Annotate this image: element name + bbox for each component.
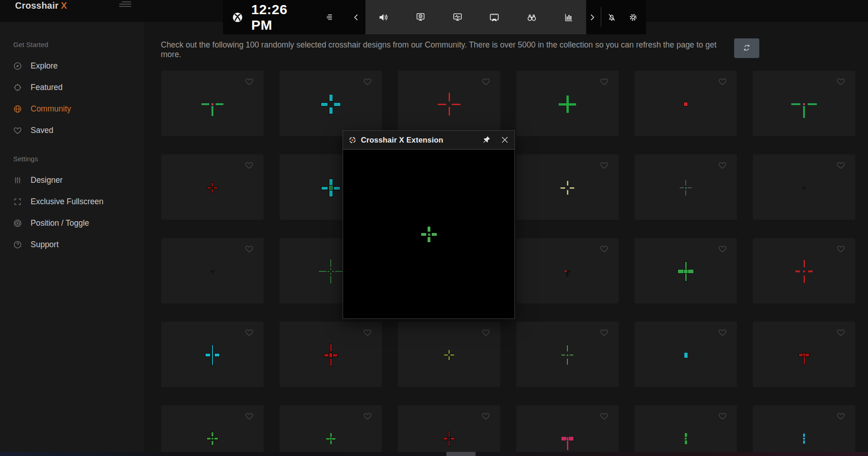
sidebar-item-community[interactable]: Community: [0, 98, 144, 120]
refresh-button[interactable]: [734, 38, 759, 58]
crosshair-card[interactable]: [280, 71, 382, 136]
lfg-icon[interactable]: [526, 11, 538, 23]
favorite-heart-icon[interactable]: [836, 77, 846, 86]
crosshair-card[interactable]: [161, 71, 264, 136]
pin-icon[interactable]: [482, 135, 491, 144]
crosshair-preview-segment: [688, 187, 692, 188]
favorite-heart-icon[interactable]: [718, 160, 727, 170]
crosshair-card[interactable]: [753, 154, 855, 220]
bell-off-icon[interactable]: [607, 12, 617, 22]
crosshair-card[interactable]: [635, 405, 737, 456]
capture-icon[interactable]: [415, 11, 426, 23]
crosshair-card[interactable]: [635, 71, 737, 136]
sidebar-item-position-toggle[interactable]: Position / Toggle: [0, 212, 144, 234]
performance-icon[interactable]: [452, 11, 463, 23]
favorite-heart-icon[interactable]: [244, 160, 254, 170]
crosshair-card[interactable]: [161, 322, 264, 387]
favorite-heart-icon[interactable]: [599, 328, 609, 337]
crosshair-preview-segment: [799, 354, 803, 356]
crosshair-card[interactable]: [635, 154, 737, 220]
favorite-heart-icon[interactable]: [718, 411, 727, 421]
widgets-icon[interactable]: [324, 12, 334, 22]
sidebar-item-saved[interactable]: Saved: [0, 120, 144, 141]
crosshair-card[interactable]: [516, 322, 619, 387]
crosshair-card[interactable]: [398, 322, 500, 387]
crosshair-preview-segment: [567, 190, 568, 195]
chevron-right-icon[interactable]: [587, 12, 597, 22]
chevron-left-icon[interactable]: [351, 12, 361, 22]
favorite-heart-icon[interactable]: [718, 77, 727, 86]
scrollbar-thumb[interactable]: [446, 452, 476, 456]
crosshair-card[interactable]: [753, 405, 855, 456]
resources-icon[interactable]: [563, 12, 574, 23]
crosshair-preview-segment: [795, 270, 800, 272]
crosshair-card[interactable]: [280, 322, 382, 387]
crosshair-preview-segment: [334, 187, 340, 190]
crosshair-card[interactable]: [516, 238, 619, 303]
extension-window[interactable]: Crosshair X Extension: [343, 130, 515, 319]
xbox-icon[interactable]: [232, 11, 243, 23]
crosshair-card[interactable]: [635, 238, 737, 303]
hamburger-menu-icon[interactable]: [119, 0, 131, 8]
crosshair-preview-segment: [803, 103, 805, 105]
crosshair-card[interactable]: [516, 154, 619, 220]
crosshair-preview-segment: [685, 440, 687, 444]
favorite-heart-icon[interactable]: [363, 77, 372, 86]
crosshair-preview-segment: [330, 276, 331, 283]
gallery-icon[interactable]: [488, 11, 500, 23]
crosshair-preview-segment: [206, 354, 210, 356]
favorite-heart-icon[interactable]: [836, 328, 846, 337]
favorite-heart-icon[interactable]: [599, 244, 609, 254]
favorite-heart-icon[interactable]: [718, 328, 727, 337]
crosshair-preview-segment: [330, 438, 332, 440]
favorite-heart-icon[interactable]: [363, 328, 372, 337]
extension-titlebar[interactable]: Crosshair X Extension: [343, 131, 514, 150]
sidebar-item-explore[interactable]: Explore: [0, 55, 144, 77]
favorite-heart-icon[interactable]: [244, 411, 254, 421]
favorite-heart-icon[interactable]: [599, 77, 609, 86]
crosshair-preview-segment: [330, 260, 331, 267]
favorite-heart-icon[interactable]: [718, 244, 727, 254]
crosshair-card[interactable]: [753, 71, 855, 136]
crosshair-card[interactable]: [635, 322, 737, 387]
favorite-heart-icon[interactable]: [836, 160, 846, 170]
sidebar-item-support[interactable]: Support: [0, 234, 144, 255]
crosshair-card[interactable]: [398, 71, 500, 136]
crosshair-card[interactable]: [516, 405, 619, 456]
sidebar-item-designer[interactable]: Designer: [0, 170, 144, 191]
crosshair-card[interactable]: [161, 405, 264, 456]
crosshair-preview-segment: [432, 233, 437, 236]
favorite-heart-icon[interactable]: [599, 411, 609, 421]
favorite-heart-icon[interactable]: [481, 77, 491, 86]
crosshair-card[interactable]: [161, 238, 264, 303]
favorite-heart-icon[interactable]: [363, 411, 372, 421]
crosshair-preview-segment: [567, 345, 568, 351]
crosshair-card[interactable]: [753, 322, 855, 387]
crosshair-preview-segment: [334, 103, 340, 106]
favorite-heart-icon[interactable]: [244, 328, 254, 337]
gear-icon[interactable]: [628, 12, 639, 23]
crosshair-card[interactable]: [280, 405, 382, 456]
favorite-heart-icon[interactable]: [481, 328, 491, 337]
favorite-heart-icon[interactable]: [836, 411, 846, 421]
crosshair-card[interactable]: [161, 154, 264, 220]
sidebar-item-featured[interactable]: Featured: [0, 77, 144, 98]
close-icon[interactable]: [500, 135, 510, 145]
crosshair-preview-segment: [567, 359, 568, 365]
crosshair-card[interactable]: [398, 405, 500, 456]
favorite-heart-icon[interactable]: [244, 244, 254, 254]
favorite-heart-icon[interactable]: [244, 77, 254, 86]
favorite-heart-icon[interactable]: [599, 160, 609, 170]
crosshair-card[interactable]: [753, 238, 855, 303]
sidebar-item-exclusive-fullscreen[interactable]: Exclusive Fullscreen: [0, 191, 144, 212]
crosshair-preview-segment: [804, 276, 805, 283]
crosshair-preview-segment: [559, 103, 576, 106]
crosshair-card[interactable]: [516, 71, 619, 136]
crosshair-preview-segment: [332, 438, 335, 440]
favorite-heart-icon[interactable]: [836, 244, 846, 254]
extension-title: Crosshair X Extension: [361, 136, 443, 144]
favorite-heart-icon[interactable]: [481, 411, 491, 421]
audio-icon[interactable]: [377, 11, 389, 23]
crosshair-preview-segment: [449, 350, 450, 354]
crosshair-preview-segment: [212, 106, 213, 116]
